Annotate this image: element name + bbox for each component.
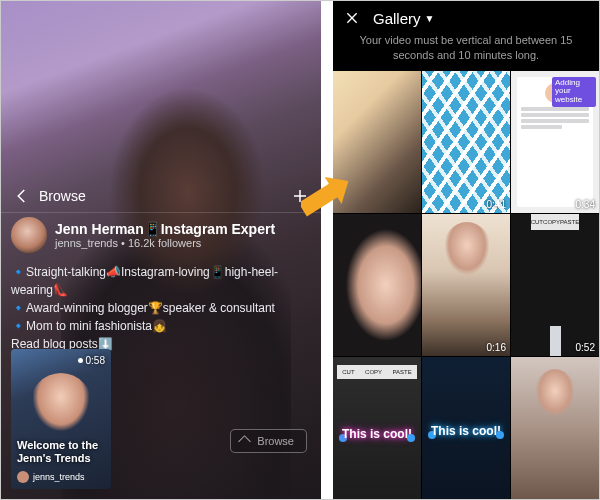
bio-line: 🔹Award-winning blogger🏆speaker & consult…: [11, 299, 311, 317]
video-uploader: jenns_trends: [17, 471, 85, 483]
item-duration: 0:34: [576, 199, 595, 210]
gallery-hint: Your video must be vertical and between …: [333, 31, 599, 71]
gallery-item[interactable]: CUT COPY PASTE 0:52: [511, 214, 599, 356]
dot-icon: [78, 358, 83, 363]
overlay-text: This is cool!: [431, 424, 501, 438]
profile-name: Jenn Herman📱Instagram Expert: [55, 221, 275, 237]
gallery-header: Gallery ▼: [333, 1, 599, 31]
chevron-down-icon: ▼: [425, 13, 435, 24]
overlay-badge: Adding your website: [552, 77, 596, 107]
profile-handle-followers: jenns_trends • 16.2k followers: [55, 237, 275, 249]
gallery-picker-screen: Gallery ▼ Your video must be vertical an…: [333, 1, 599, 499]
add-video-button[interactable]: [289, 185, 311, 207]
gallery-item[interactable]: [511, 357, 599, 499]
gallery-item[interactable]: [333, 214, 421, 356]
item-duration: 0:41: [487, 199, 506, 210]
overlay-text: This is cool!: [342, 427, 412, 441]
profile-block: Jenn Herman📱Instagram Expert jenns_trend…: [11, 217, 311, 353]
avatar[interactable]: [11, 217, 47, 253]
item-duration: 0:16: [487, 342, 506, 353]
gallery-grid: 0:41 Adding your website 0:34 0:16 CUT C…: [333, 71, 599, 499]
gallery-item[interactable]: This is cool!: [422, 357, 510, 499]
text-handle-icon: [407, 434, 415, 442]
gallery-item[interactable]: [333, 71, 421, 213]
bio-line: 🔹Straight-talking📣Instagram-loving📱high-…: [11, 263, 311, 299]
browse-bar: Browse: [1, 179, 321, 213]
close-icon[interactable]: [343, 9, 361, 27]
back-arrow-icon[interactable]: [11, 185, 33, 207]
item-duration: 0:52: [576, 342, 595, 353]
video-thumbnail[interactable]: 0:58 Welcome to the Jenn's Trends jenns_…: [11, 349, 111, 489]
browse-button[interactable]: Browse: [230, 429, 307, 453]
gallery-item[interactable]: 0:16: [422, 214, 510, 356]
video-title: Welcome to the Jenn's Trends: [17, 439, 105, 465]
mini-avatar: [17, 471, 29, 483]
bio-line: 🔹Mom to mini fashionista👧: [11, 317, 311, 335]
gallery-item[interactable]: Adding your website 0:34: [511, 71, 599, 213]
text-handle-icon: [496, 431, 504, 439]
gallery-item[interactable]: CUT COPY PASTE This is cool!: [333, 357, 421, 499]
igtv-channel-screen: Browse Jenn Herman📱Instagram Expert jenn…: [1, 1, 321, 499]
gallery-item[interactable]: 0:41: [422, 71, 510, 213]
browse-title: Browse: [39, 188, 289, 204]
video-duration: 0:58: [78, 355, 105, 366]
gallery-source-dropdown[interactable]: Gallery ▼: [373, 10, 434, 27]
profile-bio: 🔹Straight-talking📣Instagram-loving📱high-…: [11, 263, 311, 353]
